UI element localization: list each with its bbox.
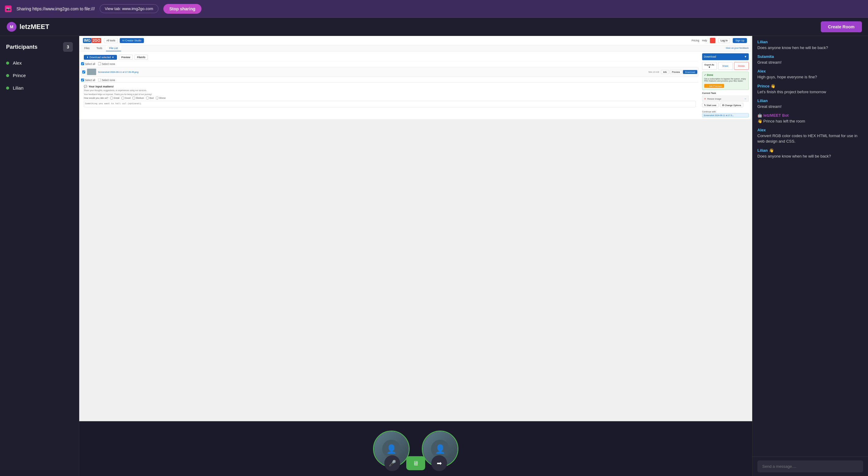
get-premium-btn[interactable]: → Get Premium [704, 84, 724, 88]
help-link[interactable]: Help [702, 39, 707, 42]
rating-bad[interactable]: Bad [146, 97, 154, 100]
signup-btn[interactable]: Sign Up [733, 38, 747, 43]
rating-great[interactable]: Great [110, 97, 120, 100]
sharing-url-text: Sharing https://www.img2go.com to file:/… [17, 6, 95, 11]
tab-files[interactable]: Files [81, 45, 93, 52]
chat-message-3: Prince 👋 Let's finish this project befor… [757, 84, 863, 95]
done-text: Get a subscription to bypass the queue, … [704, 78, 747, 82]
login-btn[interactable]: Log In [718, 38, 730, 43]
select-none-2-checkbox[interactable] [98, 78, 101, 82]
dropdown-arrow: ▼ [112, 56, 114, 59]
select-all-1-label[interactable]: Select all [81, 62, 95, 65]
letzmeet-logo-icon: M [6, 21, 17, 32]
rating-worse[interactable]: Worse [155, 97, 166, 100]
current-task-label: Current Task [702, 92, 748, 94]
preview-btn[interactable]: Preview [119, 55, 133, 60]
fileinfo-btn[interactable]: FileInfo [134, 55, 148, 60]
feedback-textarea[interactable] [84, 101, 695, 107]
task-item: ✕ Resize Image → [702, 96, 748, 102]
sharing-bar: 📷 Sharing https://www.img2go.com to file… [0, 0, 868, 18]
rating-medium[interactable]: Medium [132, 97, 144, 100]
start-over-btn[interactable]: ↻ Start over [702, 103, 718, 107]
done-box: ✓ Done Get a subscription to bypass the … [702, 72, 748, 90]
chat-message-1: Sulamita Great stream! [757, 54, 863, 65]
chat-sender-1: Sulamita [757, 54, 863, 59]
sharing-icon: 📷 [5, 5, 11, 12]
share-btn[interactable]: Share [718, 62, 733, 70]
participant-dot-lilian [6, 87, 9, 90]
feedback-link[interactable]: Give us your feedback [726, 45, 749, 52]
create-room-button[interactable]: Create Room [821, 21, 862, 32]
feedback-title: 💬 Your input matters! [84, 85, 695, 88]
file-actions: Info Preview Download [661, 70, 697, 74]
select-all-1-text: Select all [85, 62, 95, 65]
chat-sender-0: Lilian [757, 40, 863, 44]
main-download-btn[interactable]: Download ▼ [702, 53, 748, 60]
participant-item-prince[interactable]: Prince [0, 69, 79, 82]
participants-header: Participants 3 [0, 36, 79, 57]
exit-button[interactable]: ➡ [431, 455, 447, 471]
img2go-right-panel: Download ▼ Export As ▼ Share Delete [700, 52, 750, 119]
file-thumbnail [87, 69, 96, 75]
file-name: Screenshot 2024-06-11 at 17.39.45.png [98, 71, 647, 73]
screen-share-button[interactable]: 🖥 [406, 456, 425, 470]
chat-text-5: 👋 Prince has left the room [757, 119, 863, 124]
file-checkbox[interactable] [82, 70, 85, 73]
select-none-1-checkbox[interactable] [98, 62, 101, 65]
main-header: M letzMEET Create Room [0, 18, 868, 36]
file-preview-btn[interactable]: Preview [670, 70, 682, 74]
ai-creator-btn[interactable]: AI Creator Studio [120, 38, 144, 43]
rating-good[interactable]: Good [121, 97, 130, 100]
select-none-1-label[interactable]: Select none [98, 62, 115, 65]
chat-input-area [752, 456, 868, 476]
logo-container: M letzMEET [6, 21, 50, 32]
all-tools-btn[interactable]: All tools [104, 38, 118, 43]
mic-button[interactable]: 🎤 [384, 455, 400, 471]
chat-text-3: Let's finish this project before tomorro… [757, 89, 863, 95]
start-over-label: Start over [707, 104, 716, 106]
task-actions: ↻ Start over ⚙ Change Options [702, 103, 748, 107]
controls-bar: 🎤 🖥 ➡ [384, 455, 447, 471]
chat-message-6: Alex Convert RGB color codes to HEX HTML… [757, 128, 863, 144]
resize-icon: ✕ [704, 97, 706, 100]
feedback-section: 💬 Your input matters! Share your thought… [81, 82, 698, 110]
chat-message-5: 🤖 letzMEET Bot 👋 Prince has left the roo… [757, 113, 863, 124]
select-all-2-label[interactable]: Select all [81, 78, 95, 82]
done-title: ✓ Done [704, 74, 747, 77]
download-selected-btn[interactable]: ⬇ Download selected ▼ [84, 55, 117, 60]
screen-share-content: IMG 2GO All tools AI Creator Studio Pric… [79, 36, 752, 476]
export-btn[interactable]: Export As ▼ [702, 62, 716, 70]
chat-panel: Lilian Does anyone know hen he will be b… [752, 36, 868, 476]
participant-dot-alex [6, 62, 9, 65]
img2go-logo-2go: 2GO [92, 38, 101, 43]
participant-item-lilian[interactable]: Lilian [0, 82, 79, 94]
stop-sharing-button[interactable]: Stop sharing [163, 4, 202, 14]
img2go-toolbar: ⬇ Download selected ▼ Preview FileInfo [81, 53, 698, 61]
select-all-2-checkbox[interactable] [81, 78, 84, 82]
img2go-main: ⬇ Download selected ▼ Preview FileInfo [79, 52, 750, 119]
download-dropdown-arrow: ▼ [744, 55, 747, 59]
file-size: 584.19 KB [649, 71, 659, 73]
select-none-1-text: Select none [102, 62, 115, 65]
delete-btn[interactable]: Delete [734, 62, 748, 70]
select-all-1-checkbox[interactable] [81, 62, 84, 65]
feedback-icon: 💬 [84, 85, 87, 88]
chat-input[interactable] [757, 461, 863, 472]
img2go-logo-img: IMG [83, 38, 92, 43]
chat-sender-6: Alex [757, 128, 863, 132]
participant-item-alex[interactable]: Alex [0, 57, 79, 69]
tab-tools[interactable]: Tools [93, 45, 105, 52]
chat-sender-3: Prince 👋 [757, 84, 863, 88]
file-info-btn[interactable]: Info [661, 70, 669, 74]
participant-name-prince: Prince [13, 73, 26, 78]
view-tab-button[interactable]: View tab: www.img2go.com [100, 4, 158, 13]
tab-file-list[interactable]: File List [106, 45, 121, 52]
change-options-btn[interactable]: ⚙ Change Options [720, 103, 743, 107]
file-download-btn[interactable]: Download [683, 70, 697, 74]
app-name: letzMEET [20, 23, 50, 31]
participant-dot-prince [6, 74, 9, 77]
mic-icon: 🎤 [389, 459, 396, 467]
select-none-2-label[interactable]: Select none [98, 78, 115, 82]
download-icon: ⬇ [87, 56, 89, 59]
pricing-link[interactable]: Pricing [691, 39, 699, 42]
